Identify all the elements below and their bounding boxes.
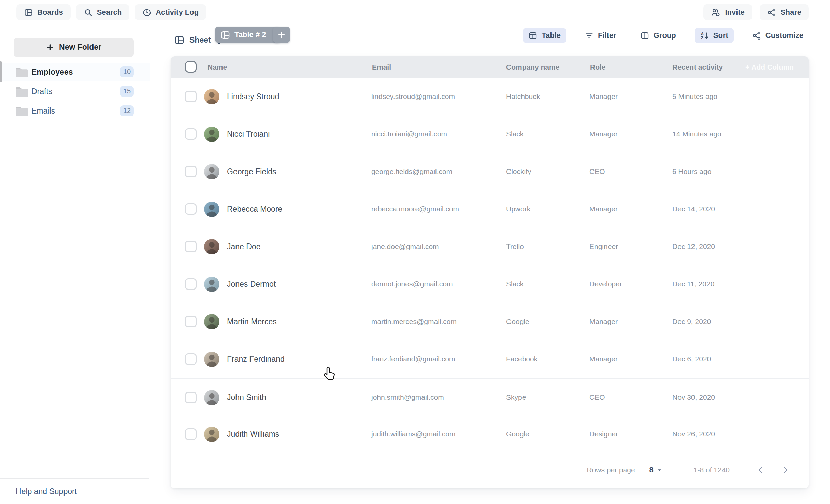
company-cell: Skype [506, 393, 526, 401]
column-header-activity[interactable]: Recent activity [672, 56, 723, 78]
role-cell: Engineer [589, 242, 618, 251]
row-checkbox[interactable] [185, 316, 197, 327]
avatar [204, 89, 219, 104]
table-rows: Lindsey Stroud lindsey.stroud@gmail.com … [171, 78, 809, 453]
help-and-support-link[interactable]: Help and Support [16, 487, 77, 496]
row-checkbox[interactable] [185, 91, 197, 102]
invite-user-icon [711, 8, 721, 17]
caret-down-icon [657, 468, 662, 473]
pagination-range: 1-8 of 1240 [693, 466, 730, 474]
activity-cell: Dec 11, 2020 [672, 280, 714, 288]
activity-cell: 5 Minutes ago [672, 92, 717, 101]
name-cell: Judith Williams [227, 430, 279, 439]
add-column-button[interactable]: + Add Column [745, 56, 794, 78]
sort-az-icon: AZ [700, 31, 709, 40]
row-checkbox[interactable] [185, 128, 197, 140]
sheet-bar: Sheet Table # 2 Table Filter Group AZ So… [0, 25, 830, 55]
folder-label: Emails [31, 106, 55, 115]
company-cell: Clockify [506, 167, 531, 176]
activity-log-label: Activity Log [156, 8, 199, 17]
customize-label: Customize [765, 31, 803, 40]
invite-label: Invite [725, 8, 744, 17]
table-row[interactable]: George Fields george.fields@gmail.com Cl… [171, 153, 809, 190]
table-row[interactable]: Jane Doe jane.doe@gmail.com Trello Engin… [171, 228, 809, 265]
activity-cell: 6 Hours ago [672, 167, 711, 176]
rows-per-page-select[interactable]: 8 [649, 465, 662, 474]
company-cell: Upwork [506, 205, 530, 213]
name-cell: Jane Doe [227, 242, 260, 251]
sidebar: New Folder Employees 10 Drafts 15 Emails… [0, 25, 150, 504]
sidebar-folder-item[interactable]: Employees 10 [0, 63, 150, 81]
column-header-role[interactable]: Role [590, 56, 606, 78]
tab-label: Table # 2 [234, 30, 266, 39]
activity-cell: Dec 6, 2020 [672, 355, 711, 363]
invite-button[interactable]: Invite [703, 4, 752, 20]
column-header-company[interactable]: Company name [506, 56, 559, 78]
row-checkbox[interactable] [185, 241, 197, 252]
activity-cell: 14 Minutes ago [672, 130, 721, 138]
role-cell: Manager [589, 130, 618, 138]
activity-log-icon [142, 8, 152, 17]
table-icon [528, 31, 538, 40]
add-table-button[interactable] [273, 27, 290, 43]
table-row[interactable]: Judith Williams judith.williams@gmail.co… [171, 415, 809, 453]
name-cell: Lindsey Stroud [227, 92, 279, 101]
share-icon [767, 8, 776, 17]
avatar [204, 202, 219, 217]
table-row[interactable]: Jones Dermot dermot.jones@gmail.com Slac… [171, 265, 809, 303]
row-checkbox[interactable] [185, 428, 197, 440]
row-checkbox[interactable] [185, 353, 197, 365]
boards-icon [24, 8, 33, 17]
activity-cell: Nov 30, 2020 [672, 393, 715, 401]
svg-text:A: A [701, 31, 704, 35]
table-view-button[interactable]: Table [523, 28, 566, 43]
top-bar: Boards Search Activity Log Invite Share [0, 0, 830, 25]
table-tab-icon [220, 30, 230, 40]
row-checkbox[interactable] [185, 392, 197, 403]
table-row[interactable]: Franz Ferdinand franz.ferdiand@gmail.com… [171, 340, 809, 378]
activity-cell: Nov 26, 2020 [672, 430, 715, 438]
row-checkbox[interactable] [185, 166, 197, 177]
email-cell: judith.williams@gmail.com [371, 430, 456, 438]
table-footer: Rows per page: 8 1-8 of 1240 [171, 451, 809, 488]
row-checkbox[interactable] [185, 278, 197, 290]
table-card: Name Email Company name Role Recent acti… [171, 56, 809, 488]
row-checkbox[interactable] [185, 203, 197, 215]
column-header-email[interactable]: Email [372, 56, 391, 78]
avatar [204, 164, 219, 179]
group-button[interactable]: Group [635, 28, 682, 43]
topbar-left-group: Boards Search Activity Log [16, 4, 206, 20]
sidebar-folder-item[interactable]: Emails 12 [0, 102, 150, 120]
avatar [204, 239, 219, 254]
role-cell: Manager [589, 317, 618, 326]
sort-button[interactable]: AZ Sort [695, 28, 734, 43]
customize-button[interactable]: Customize [747, 28, 809, 43]
table-row[interactable]: Nicci Troiani nicci.troiani@gmail.com Sl… [171, 115, 809, 153]
customize-icon [752, 31, 761, 40]
sidebar-folder-item[interactable]: Drafts 15 [0, 82, 150, 100]
column-header-name[interactable]: Name [208, 56, 227, 78]
share-button[interactable]: Share [760, 4, 809, 20]
email-cell: martin.merces@gmail.com [371, 317, 457, 326]
table-row[interactable]: John Smith john.smith@gmail.com Skype CE… [171, 378, 809, 415]
folder-icon [15, 105, 29, 116]
tab-table-2[interactable]: Table # 2 [215, 27, 281, 43]
activity-cell: Dec 12, 2020 [672, 242, 715, 251]
activity-log-button[interactable]: Activity Log [135, 4, 206, 20]
next-page-button[interactable] [781, 465, 790, 474]
view-toolbar: Table Filter Group AZ Sort Customize [523, 25, 809, 46]
prev-page-button[interactable] [756, 465, 765, 474]
table-row[interactable]: Rebecca Moore rebecca.moore@gmail.com Up… [171, 190, 809, 228]
table-row[interactable]: Lindsey Stroud lindsey.stroud@gmail.com … [171, 78, 809, 115]
company-cell: Google [506, 317, 529, 326]
company-cell: Facebook [506, 355, 538, 363]
email-cell: george.fields@gmail.com [371, 167, 452, 176]
filter-button[interactable]: Filter [579, 28, 622, 43]
folder-list: Employees 10 Drafts 15 Emails 12 [0, 63, 150, 121]
select-all-checkbox[interactable] [185, 61, 197, 73]
search-button[interactable]: Search [76, 4, 129, 20]
table-row[interactable]: Martin Merces martin.merces@gmail.com Go… [171, 303, 809, 340]
chevron-left-icon [756, 465, 765, 474]
boards-button[interactable]: Boards [16, 4, 71, 20]
company-cell: Trello [506, 242, 524, 251]
